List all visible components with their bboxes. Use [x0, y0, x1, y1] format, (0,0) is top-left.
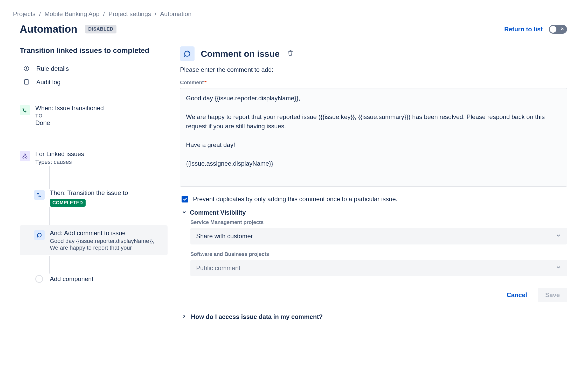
- trigger-value: Done: [35, 119, 164, 127]
- help-link-label: How do I access issue data in my comment…: [191, 313, 323, 320]
- divider: [20, 95, 168, 95]
- save-button[interactable]: Save: [538, 288, 567, 302]
- prevent-duplicates-label: Prevent duplicates by only adding this c…: [193, 195, 397, 203]
- trash-icon[interactable]: [287, 50, 294, 58]
- prompt-text: Please enter the comment to add:: [180, 66, 567, 73]
- chevron-down-icon: [182, 209, 187, 216]
- required-indicator: *: [204, 80, 206, 85]
- trigger-subtitle: To: [35, 113, 164, 119]
- plus-icon: [35, 275, 43, 283]
- svg-rect-10: [26, 157, 27, 158]
- service-mgmt-select[interactable]: Share with customer: [190, 228, 567, 244]
- breadcrumb-project-name[interactable]: Mobile Banking App: [44, 10, 99, 18]
- transition-status-badge: Completed: [50, 199, 86, 207]
- rule-status-badge: Disabled: [85, 25, 116, 33]
- nav-audit-log[interactable]: Audit log: [20, 75, 168, 89]
- comment-icon: [180, 46, 195, 61]
- action-transition-title: Then: Transition the issue to: [50, 189, 164, 197]
- branch-icon: [20, 151, 30, 161]
- breadcrumb-current: Automation: [160, 10, 191, 18]
- comment-icon: [34, 230, 45, 240]
- svg-rect-8: [24, 154, 26, 155]
- comment-textarea[interactable]: [180, 88, 567, 187]
- comment-visibility-title: Comment Visibility: [190, 209, 246, 216]
- toggle-knob: [550, 26, 556, 33]
- svg-rect-9: [23, 157, 24, 158]
- trigger-title: When: Issue transitioned: [35, 104, 164, 112]
- chevron-right-icon: [182, 313, 187, 320]
- breadcrumb-sep: /: [39, 10, 41, 18]
- close-icon: [560, 27, 564, 32]
- nav-rule-details[interactable]: Rule details: [20, 62, 168, 75]
- breadcrumb-projects[interactable]: Projects: [13, 10, 36, 18]
- page-title: Automation: [20, 23, 77, 35]
- breadcrumb: Projects / Mobile Banking App / Project …: [13, 10, 567, 18]
- component-title: Comment on issue: [201, 49, 280, 59]
- add-component-label: Add component: [50, 275, 93, 283]
- breadcrumb-project-settings[interactable]: Project settings: [108, 10, 151, 18]
- branch-title: For Linked issues: [35, 150, 164, 158]
- comment-visibility-toggle[interactable]: Comment Visibility: [180, 209, 567, 216]
- svg-point-2: [26, 67, 27, 68]
- rule-enabled-toggle[interactable]: [549, 25, 567, 34]
- info-icon: [23, 65, 30, 72]
- software-business-label: Software and Business projects: [190, 251, 567, 257]
- rule-action-transition[interactable]: Then: Transition the issue to Completed: [20, 189, 168, 207]
- branch-value: Types: causes: [35, 159, 164, 165]
- transition-icon: [34, 190, 45, 200]
- nav-rule-details-label: Rule details: [36, 65, 69, 72]
- service-mgmt-label: Service Management projects: [190, 219, 567, 225]
- prevent-duplicates-checkbox[interactable]: [182, 196, 188, 202]
- rule-trigger[interactable]: When: Issue transitioned To Done: [20, 104, 168, 127]
- comment-field-label: Comment: [180, 80, 204, 85]
- rule-action-comment[interactable]: And: Add comment to issue Good day {{iss…: [20, 225, 168, 255]
- software-business-select[interactable]: Public comment: [190, 260, 567, 276]
- add-component-button[interactable]: Add component: [20, 275, 168, 283]
- action-comment-preview: Good day {{issue.reporter.displayName}},…: [50, 238, 164, 251]
- service-mgmt-value: Share with customer: [196, 233, 253, 240]
- document-icon: [23, 79, 30, 86]
- breadcrumb-sep: /: [155, 10, 156, 18]
- trigger-icon: [20, 105, 30, 115]
- help-access-issue-data[interactable]: How do I access issue data in my comment…: [180, 313, 567, 320]
- breadcrumb-sep: /: [103, 10, 105, 18]
- svg-point-11: [37, 193, 39, 194]
- chevron-down-icon: [556, 233, 561, 240]
- cancel-button[interactable]: Cancel: [499, 288, 534, 302]
- action-comment-title: And: Add comment to issue: [50, 229, 164, 237]
- return-to-list-link[interactable]: Return to list: [504, 26, 543, 33]
- software-business-value: Public comment: [196, 264, 240, 272]
- svg-point-7: [23, 108, 24, 109]
- chevron-down-icon: [556, 264, 561, 272]
- rule-branch[interactable]: For Linked issues Types: causes: [20, 150, 168, 165]
- rule-name: Transition linked issues to completed: [20, 46, 168, 55]
- nav-audit-log-label: Audit log: [36, 79, 60, 86]
